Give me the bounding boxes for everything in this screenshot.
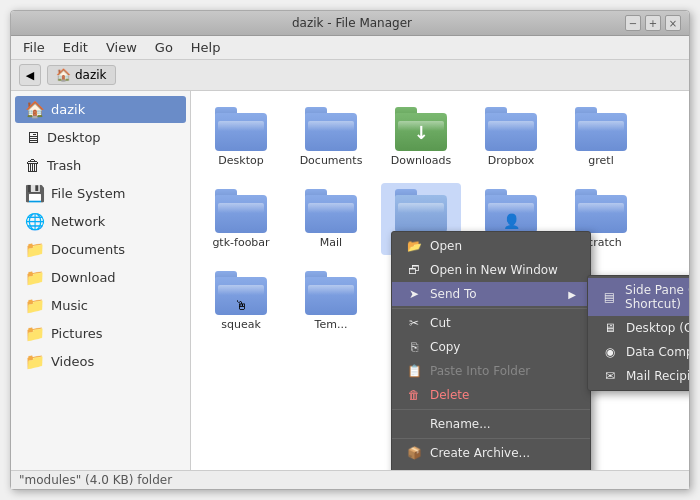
file-label: Documents: [300, 154, 363, 167]
menu-bar: File Edit View Go Help: [11, 36, 689, 60]
submenu-side-pane[interactable]: ▤ Side Pane (Create Shortcut): [588, 278, 689, 316]
ctx-delete-label: Delete: [430, 388, 469, 402]
file-item-gtk-foobar[interactable]: gtk-foobar: [201, 183, 281, 255]
trash-icon: 🗑: [25, 156, 41, 175]
main-area: 🏠 dazik 🖥 Desktop 🗑 Trash 💾 File System …: [11, 91, 689, 470]
back-button[interactable]: ◀: [19, 64, 41, 86]
sidebar-item-label: File System: [51, 186, 125, 201]
content-area: Desktop Documents ↓: [191, 91, 689, 470]
sidebar-item-label: Pictures: [51, 326, 102, 341]
open-icon: 📂: [406, 239, 422, 253]
submenu-data-composition[interactable]: ◉ Data Composition: [588, 340, 689, 364]
menu-help[interactable]: Help: [183, 38, 229, 57]
maximize-button[interactable]: +: [645, 15, 661, 31]
ctx-open-terminal[interactable]: ▢ Open Terminal Here: [392, 465, 590, 470]
sidebar: 🏠 dazik 🖥 Desktop 🗑 Trash 💾 File System …: [11, 91, 191, 470]
ctx-send-to[interactable]: ➤ Send To ▶: [392, 282, 590, 306]
ctx-delete[interactable]: 🗑 Delete: [392, 383, 590, 407]
mail-recipient-icon: ✉: [602, 369, 618, 383]
submenu-mail-recipient[interactable]: ✉ Mail Recipient: [588, 364, 689, 388]
file-manager-window: dazik - File Manager − + × File Edit Vie…: [10, 10, 690, 490]
sidebar-item-label: Desktop: [47, 130, 101, 145]
menu-edit[interactable]: Edit: [55, 38, 96, 57]
file-label: gtk-foobar: [212, 236, 269, 249]
file-label: Desktop: [218, 154, 263, 167]
sidebar-item-documents[interactable]: 📁 Documents: [15, 236, 186, 263]
menu-file[interactable]: File: [15, 38, 53, 57]
file-item-dropbox[interactable]: Dropbox: [471, 101, 551, 173]
delete-icon: 🗑: [406, 388, 422, 402]
sidebar-item-network[interactable]: 🌐 Network: [15, 208, 186, 235]
submenu-data-label: Data Composition: [626, 345, 689, 359]
menu-view[interactable]: View: [98, 38, 145, 57]
sidebar-item-pictures[interactable]: 📁 Pictures: [15, 320, 186, 347]
sidebar-item-dazik[interactable]: 🏠 dazik: [15, 96, 186, 123]
paste-icon: 📋: [406, 364, 422, 378]
ctx-paste: 📋 Paste Into Folder: [392, 359, 590, 383]
cut-icon: ✂: [406, 316, 422, 330]
file-item-downloads[interactable]: ↓ Downloads: [381, 101, 461, 173]
sidebar-item-download[interactable]: 📁 Download: [15, 264, 186, 291]
file-label: Mail: [320, 236, 342, 249]
close-button[interactable]: ×: [665, 15, 681, 31]
file-item-mail[interactable]: Mail: [291, 183, 371, 255]
status-text: "modules" (4.0 KB) folder: [19, 473, 172, 487]
title-bar: dazik - File Manager − + ×: [11, 11, 689, 36]
ctx-copy[interactable]: ⎘ Copy: [392, 335, 590, 359]
ctx-open-new-label: Open in New Window: [430, 263, 558, 277]
ctx-rename-label: Rename...: [430, 417, 491, 431]
filesystem-icon: 💾: [25, 184, 45, 203]
desktop-icon: 🖥: [25, 128, 41, 147]
sidebar-item-trash[interactable]: 🗑 Trash: [15, 152, 186, 179]
sidebar-item-music[interactable]: 📁 Music: [15, 292, 186, 319]
minimize-button[interactable]: −: [625, 15, 641, 31]
submenu-desktop-link[interactable]: 🖥 Desktop (Create Link): [588, 316, 689, 340]
file-label: Tem...: [315, 318, 348, 331]
status-bar: "modules" (4.0 KB) folder: [11, 470, 689, 489]
sidebar-item-videos[interactable]: 📁 Videos: [15, 348, 186, 375]
sidebar-item-filesystem[interactable]: 💾 File System: [15, 180, 186, 207]
submenu-side-pane-label: Side Pane (Create Shortcut): [625, 283, 689, 311]
ctx-archive-label: Create Archive...: [430, 446, 530, 460]
sidebar-item-desktop[interactable]: 🖥 Desktop: [15, 124, 186, 151]
separator-1: [392, 308, 590, 309]
ctx-rename[interactable]: Rename...: [392, 412, 590, 436]
side-pane-icon: ▤: [602, 290, 617, 304]
copy-icon: ⎘: [406, 340, 422, 354]
file-item-gretl[interactable]: gretl: [561, 101, 641, 173]
ctx-cut-label: Cut: [430, 316, 451, 330]
ctx-paste-label: Paste Into Folder: [430, 364, 530, 378]
sidebar-item-label: Network: [51, 214, 105, 229]
desktop-link-icon: 🖥: [602, 321, 618, 335]
ctx-create-archive[interactable]: 📦 Create Archive...: [392, 441, 590, 465]
file-label: gretl: [588, 154, 613, 167]
ctx-open[interactable]: 📂 Open: [392, 234, 590, 258]
file-label: Downloads: [391, 154, 451, 167]
window-title: dazik - File Manager: [79, 16, 625, 30]
file-item-desktop[interactable]: Desktop: [201, 101, 281, 173]
separator-2: [392, 409, 590, 410]
pictures-icon: 📁: [25, 324, 45, 343]
ctx-open-new[interactable]: 🗗 Open in New Window: [392, 258, 590, 282]
submenu-arrow-icon: ▶: [568, 289, 576, 300]
window-controls: − + ×: [625, 15, 681, 31]
send-to-submenu: ▤ Side Pane (Create Shortcut) 🖥 Desktop …: [587, 275, 689, 391]
breadcrumb-label: dazik: [75, 68, 107, 82]
file-item-squeak[interactable]: 🖱 squeak: [201, 265, 281, 337]
download-arrow-icon: ↓: [413, 122, 428, 143]
network-icon: 🌐: [25, 212, 45, 231]
sidebar-item-label: dazik: [51, 102, 85, 117]
sidebar-item-label: Music: [51, 298, 88, 313]
file-item-documents[interactable]: Documents: [291, 101, 371, 173]
breadcrumb[interactable]: 🏠 dazik: [47, 65, 116, 85]
ctx-copy-label: Copy: [430, 340, 460, 354]
sidebar-item-label: Videos: [51, 354, 94, 369]
menu-go[interactable]: Go: [147, 38, 181, 57]
file-item-templates[interactable]: Tem...: [291, 265, 371, 337]
file-label: squeak: [221, 318, 261, 331]
ctx-cut[interactable]: ✂ Cut: [392, 311, 590, 335]
documents-icon: 📁: [25, 240, 45, 259]
open-new-icon: 🗗: [406, 263, 422, 277]
music-icon: 📁: [25, 296, 45, 315]
context-menu: 📂 Open 🗗 Open in New Window ➤ Send To ▶ …: [391, 231, 591, 470]
